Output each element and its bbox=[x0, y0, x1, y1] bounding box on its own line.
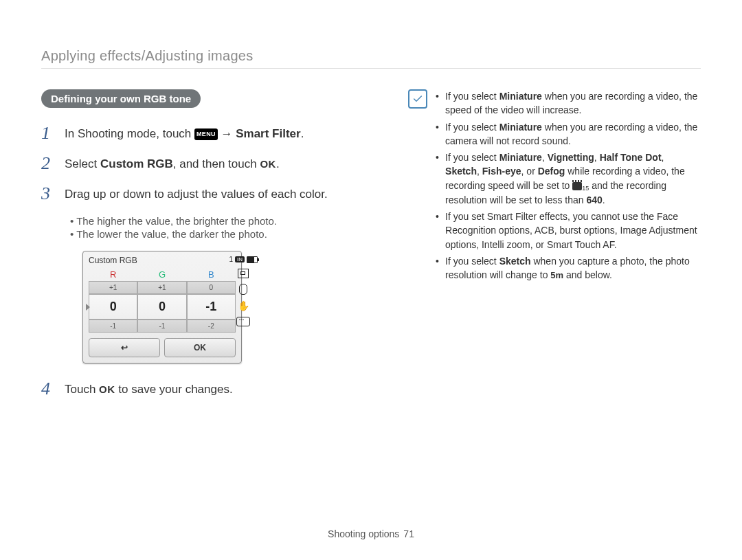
rgb-cell: +1 bbox=[89, 281, 137, 294]
channel-r: R bbox=[89, 268, 137, 281]
lcd-back-button: ↩ bbox=[89, 338, 160, 357]
step-number-2: 2 bbox=[41, 155, 54, 172]
rgb-selected-g: 0 bbox=[137, 294, 186, 320]
rgb-selected-r: 0 bbox=[89, 294, 137, 320]
quality-icon bbox=[238, 269, 249, 278]
record-icon bbox=[236, 317, 250, 326]
lcd-ok-button: OK bbox=[164, 338, 236, 357]
menu-icon: MENU bbox=[194, 128, 218, 140]
rgb-cell: 0 bbox=[187, 281, 236, 294]
breadcrumb: Applying effects/Adjusting images bbox=[41, 48, 701, 69]
lcd-status-icons: 1 IN ✋ bbox=[229, 256, 258, 326]
step-number-3: 3 bbox=[41, 185, 54, 203]
rgb-cell: -1 bbox=[89, 320, 137, 333]
section-pill: Defining your own RGB tone bbox=[41, 89, 201, 108]
lcd-screenshot: Custom RGB R G B +1 +1 0 0 0 -1 bbox=[82, 251, 242, 363]
channel-b: B bbox=[187, 268, 236, 281]
page-footer: Shooting options71 bbox=[0, 528, 742, 539]
ok-icon: OK bbox=[260, 158, 276, 170]
battery-icon bbox=[247, 256, 258, 263]
rgb-cell: +1 bbox=[137, 281, 186, 294]
step-1-text: In Shooting mode, touch MENU → Smart Fil… bbox=[65, 124, 304, 142]
sub-bullet-brighter: The higher the value, the brighter the p… bbox=[70, 215, 374, 227]
note-list: If you select Miniature when you are rec… bbox=[436, 89, 701, 285]
sub-bullet-darker: The lower the value, the darker the phot… bbox=[70, 228, 374, 240]
resolution-5m-icon: 5m bbox=[550, 270, 563, 280]
film-icon bbox=[572, 182, 582, 190]
ok-icon: OK bbox=[99, 383, 115, 395]
lcd-title: Custom RGB bbox=[83, 251, 241, 268]
note-item: If you select Miniature when you are rec… bbox=[436, 89, 701, 117]
rgb-cell: -1 bbox=[137, 320, 186, 333]
note-item: If you set Smart Filter effects, you can… bbox=[436, 210, 701, 251]
step-2-text: Select Custom RGB, and then touch OK. bbox=[65, 155, 280, 172]
rgb-selected-b: -1 bbox=[187, 294, 236, 320]
step-4-text: Touch OK to save your changes. bbox=[65, 380, 233, 398]
step-number-1: 1 bbox=[41, 124, 54, 142]
note-item: If you select Miniature when you are rec… bbox=[436, 120, 701, 148]
channel-g: G bbox=[137, 268, 186, 281]
stabilizer-icon: ✋ bbox=[238, 300, 249, 311]
in-icon: IN bbox=[235, 256, 245, 262]
rgb-cell: -2 bbox=[187, 320, 236, 333]
mic-icon bbox=[239, 284, 247, 295]
note-item: If you select Miniature, Vignetting, Hal… bbox=[436, 150, 701, 207]
step-number-4: 4 bbox=[41, 380, 54, 398]
note-item: If you select Sketch when you capture a … bbox=[436, 254, 701, 282]
note-icon bbox=[408, 89, 427, 109]
step-3-text: Drag up or down to adjust the values of … bbox=[65, 185, 328, 203]
